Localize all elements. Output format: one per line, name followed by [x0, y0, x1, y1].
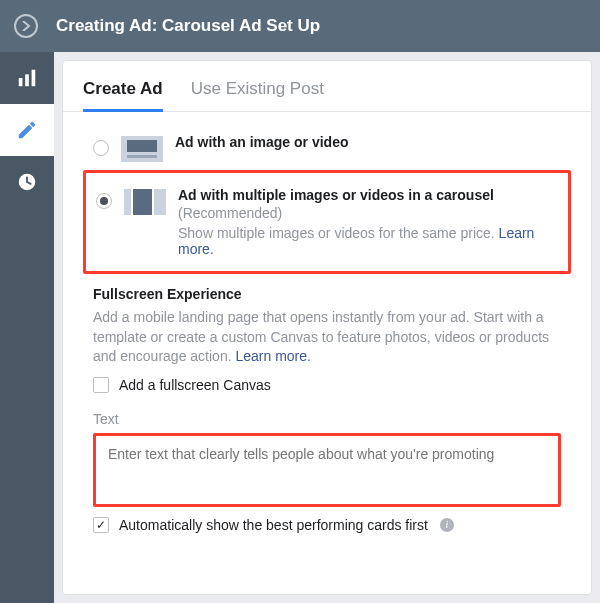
auto-cards-label: Automatically show the best performing c… — [119, 517, 428, 533]
sidebar-item-edit[interactable] — [0, 104, 54, 156]
radio-carousel[interactable] — [96, 193, 112, 209]
option-carousel-desc: Show multiple images or videos for the s… — [178, 225, 558, 257]
bar-chart-icon — [16, 67, 38, 89]
option-carousel-title: Ad with multiple images or videos in a c… — [178, 187, 558, 203]
radio-single[interactable] — [93, 140, 109, 156]
fullscreen-heading: Fullscreen Experience — [93, 286, 561, 302]
highlight-carousel-option: Ad with multiple images or videos in a c… — [83, 170, 571, 274]
sidebar-item-performance[interactable] — [0, 52, 54, 104]
text-section-label: Text — [93, 411, 561, 427]
add-canvas-label: Add a fullscreen Canvas — [119, 377, 271, 393]
highlight-text-input — [93, 433, 561, 507]
tab-use-existing[interactable]: Use Existing Post — [191, 71, 324, 111]
option-single-media[interactable]: Ad with an image or video — [93, 126, 561, 170]
add-canvas-row[interactable]: Add a fullscreen Canvas — [93, 377, 561, 393]
tab-create-ad[interactable]: Create Ad — [83, 71, 163, 111]
fullscreen-learn-more-link[interactable]: Learn more. — [235, 348, 310, 364]
nav-sidebar — [0, 52, 54, 603]
option-carousel-subtitle: (Recommended) — [178, 205, 558, 221]
auto-cards-checkbox[interactable]: ✓ — [93, 517, 109, 533]
svg-rect-1 — [25, 74, 29, 86]
page-title: Creating Ad: Carousel Ad Set Up — [56, 16, 320, 36]
svg-rect-2 — [32, 70, 36, 87]
carousel-thumbnail-icon — [124, 189, 166, 215]
svg-rect-0 — [19, 78, 23, 86]
add-canvas-checkbox[interactable] — [93, 377, 109, 393]
chevron-right-icon[interactable] — [14, 14, 38, 38]
page-header: Creating Ad: Carousel Ad Set Up — [0, 0, 600, 52]
pencil-icon — [16, 119, 38, 141]
info-icon[interactable]: i — [440, 518, 454, 532]
sidebar-item-history[interactable] — [0, 156, 54, 208]
auto-cards-row[interactable]: ✓ Automatically show the best performing… — [93, 517, 561, 533]
fullscreen-description: Add a mobile landing page that opens ins… — [93, 308, 561, 367]
ad-source-tabs: Create Ad Use Existing Post — [63, 61, 591, 112]
option-single-title: Ad with an image or video — [175, 134, 561, 150]
create-ad-card: Create Ad Use Existing Post Ad with an i… — [62, 60, 592, 595]
clock-icon — [16, 171, 38, 193]
ad-text-input[interactable] — [96, 436, 558, 500]
option-carousel[interactable]: Ad with multiple images or videos in a c… — [96, 179, 558, 265]
single-media-thumbnail-icon — [121, 136, 163, 162]
